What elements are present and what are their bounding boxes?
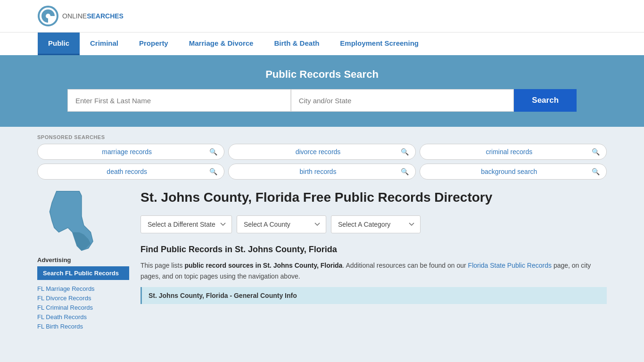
svg-point-1 — [46, 14, 50, 18]
logo-icon — [38, 6, 58, 26]
hero-title: Public Records Search — [38, 68, 606, 81]
logo-searches: SEARCHES — [87, 12, 124, 20]
nav-public[interactable]: Public — [38, 33, 80, 55]
pill-marriage[interactable]: marriage records 🔍 — [37, 144, 224, 160]
advertising-label: Advertising — [37, 256, 129, 263]
main-nav: Public Criminal Property Marriage & Divo… — [0, 32, 644, 55]
logo[interactable]: ONLINESEARCHES — [38, 6, 124, 26]
pill-birth-text: birth records — [235, 168, 400, 175]
pill-criminal[interactable]: criminal records 🔍 — [420, 144, 607, 160]
find-desc-bold: public record sources in St. Johns Count… — [184, 262, 342, 269]
pill-death-text: death records — [44, 168, 209, 175]
pill-criminal-text: criminal records — [427, 148, 592, 156]
nav-employment[interactable]: Employment Screening — [330, 33, 429, 55]
dropdowns-row: Select a Different State Select A County… — [140, 215, 607, 233]
nav-property[interactable]: Property — [129, 33, 179, 55]
list-item: FL Death Records — [37, 313, 129, 321]
sidebar-ad-button[interactable]: Search FL Public Records — [37, 266, 129, 280]
search-icon-3: 🔍 — [592, 148, 600, 156]
county-content: Advertising Search FL Public Records FL … — [37, 189, 607, 332]
pill-marriage-text: marriage records — [44, 148, 209, 156]
list-item: FL Birth Records — [37, 322, 129, 330]
pill-birth[interactable]: birth records 🔍 — [228, 164, 415, 180]
pill-death[interactable]: death records 🔍 — [37, 164, 224, 180]
sponsored-pills: marriage records 🔍 divorce records 🔍 cri… — [37, 144, 607, 180]
logo-text: ONLINESEARCHES — [62, 12, 124, 20]
search-icon-6: 🔍 — [592, 168, 600, 175]
search-icon-1: 🔍 — [209, 148, 217, 156]
fl-marriage-link[interactable]: FL Marriage Records — [37, 285, 95, 292]
pill-background[interactable]: background search 🔍 — [420, 164, 607, 180]
sponsored-label: SPONSORED SEARCHES — [37, 134, 607, 140]
sponsored-section: SPONSORED SEARCHES marriage records 🔍 di… — [37, 134, 607, 332]
nav-criminal[interactable]: Criminal — [80, 33, 129, 55]
search-icon-5: 🔍 — [401, 168, 409, 175]
nav-birth-death[interactable]: Birth & Death — [264, 33, 330, 55]
search-button[interactable]: Search — [514, 89, 577, 112]
general-info-bar: St. Johns County, Florida - General Coun… — [140, 287, 607, 304]
state-dropdown[interactable]: Select a Different State — [140, 215, 232, 233]
right-content: St. Johns County, Florida Free Public Re… — [140, 189, 607, 332]
find-desc-part1: This page lists — [140, 262, 184, 269]
find-description: This page lists public record sources in… — [140, 260, 607, 281]
pill-divorce-text: divorce records — [235, 148, 400, 156]
category-dropdown[interactable]: Select A Category — [331, 215, 421, 233]
list-item: FL Marriage Records — [37, 285, 129, 292]
name-input[interactable] — [67, 89, 291, 112]
pill-divorce[interactable]: divorce records 🔍 — [228, 144, 415, 160]
search-icon-2: 🔍 — [401, 148, 409, 156]
nav-marriage-divorce[interactable]: Marriage & Divorce — [179, 33, 264, 55]
sidebar: Advertising Search FL Public Records FL … — [37, 189, 129, 332]
fl-criminal-link[interactable]: FL Criminal Records — [37, 304, 93, 311]
florida-map-icon — [37, 189, 99, 255]
county-heading: St. Johns County, Florida Free Public Re… — [140, 189, 607, 206]
pill-background-text: background search — [427, 168, 592, 175]
find-desc-part2: . Additional resources can be found on o… — [342, 262, 468, 269]
site-header: ONLINESEARCHES — [0, 0, 644, 32]
fl-divorce-link[interactable]: FL Divorce Records — [37, 295, 91, 302]
list-item: FL Criminal Records — [37, 304, 129, 311]
hero-banner: Public Records Search Search — [0, 55, 644, 127]
main-content: SPONSORED SEARCHES marriage records 🔍 di… — [30, 127, 614, 346]
find-heading: Find Public Records in St. Johns County,… — [140, 245, 607, 255]
florida-records-link[interactable]: Florida State Public Records — [468, 262, 552, 269]
county-dropdown[interactable]: Select A County — [237, 215, 326, 233]
search-icon-4: 🔍 — [209, 168, 217, 175]
logo-online: ONLINE — [62, 12, 87, 20]
search-row: Search — [67, 89, 577, 112]
list-item: FL Divorce Records — [37, 294, 129, 302]
fl-death-link[interactable]: FL Death Records — [37, 313, 87, 321]
location-input[interactable] — [291, 89, 514, 112]
sidebar-links: FL Marriage Records FL Divorce Records F… — [37, 285, 129, 330]
fl-birth-link[interactable]: FL Birth Records — [37, 323, 83, 330]
